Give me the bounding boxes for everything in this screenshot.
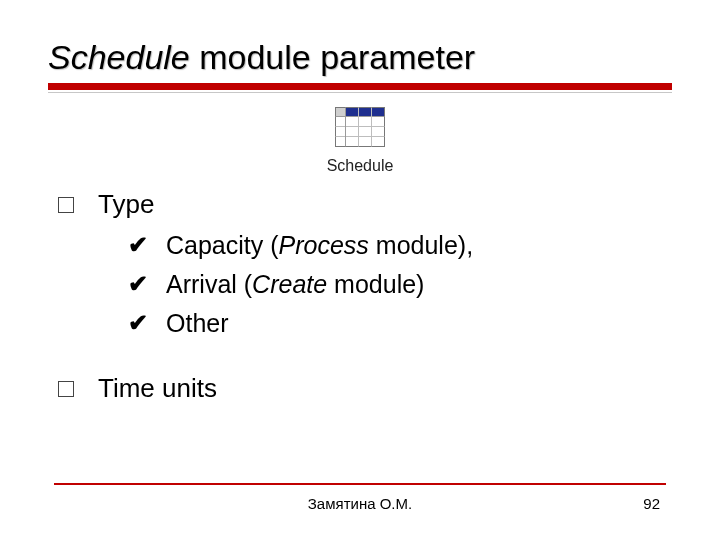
content: Type ✔ Capacity (Process module), ✔ Arri… [48, 189, 672, 404]
schedule-icon [335, 107, 385, 151]
subbullet-capacity: ✔ Capacity (Process module), [128, 228, 672, 263]
page-number: 92 [620, 495, 660, 512]
subbullet-other-text: Other [166, 306, 229, 341]
bullet-time-units-label: Time units [98, 373, 217, 404]
footer-rule [54, 483, 666, 485]
subbullet-capacity-text: Capacity (Process module), [166, 228, 473, 263]
schedule-module-icon-block: Schedule [48, 107, 672, 175]
slide-title: Schedule module parameter [48, 38, 672, 77]
subbullet-arrival-text: Arrival (Create module) [166, 267, 424, 302]
subbullet-other: ✔ Other [128, 306, 672, 341]
subbullet-arrival: ✔ Arrival (Create module) [128, 267, 672, 302]
spacer [58, 345, 672, 373]
slide: Schedule module parameter Schedule Type [0, 0, 720, 540]
svg-rect-2 [336, 108, 346, 117]
check-icon: ✔ [128, 228, 148, 262]
title-rule [48, 83, 672, 93]
title-italic: Schedule [48, 38, 190, 76]
check-icon: ✔ [128, 306, 148, 340]
title-rule-thick [48, 83, 672, 90]
bullet-time-units: Time units [58, 373, 672, 404]
title-rule-thin [48, 92, 672, 93]
bullet-type-label: Type [98, 189, 154, 220]
footer-row: Замятина О.М. 92 [54, 495, 666, 512]
footer-spacer [60, 495, 100, 512]
bullet-type: Type [58, 189, 672, 220]
square-bullet-icon [58, 381, 74, 397]
square-bullet-icon [58, 197, 74, 213]
schedule-icon-caption: Schedule [48, 157, 672, 175]
title-rest: module parameter [190, 38, 475, 76]
footer-author: Замятина О.М. [100, 495, 620, 512]
footer: Замятина О.М. 92 [0, 483, 720, 512]
check-icon: ✔ [128, 267, 148, 301]
